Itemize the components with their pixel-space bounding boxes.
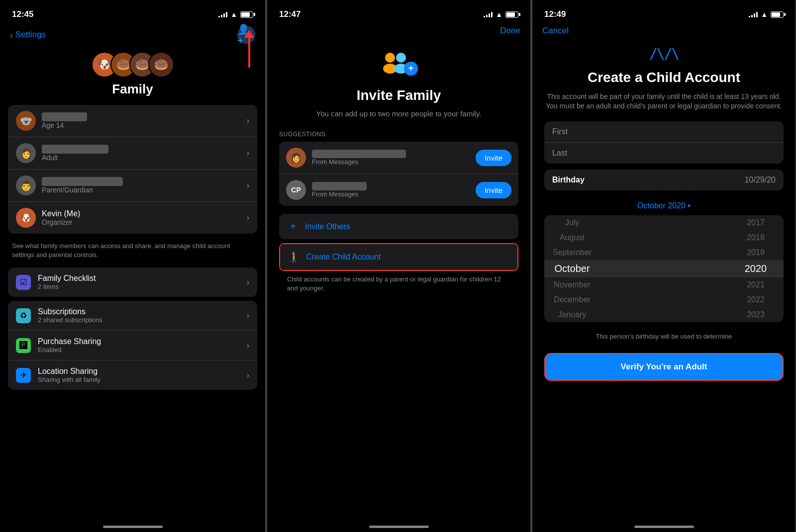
invite-others-item[interactable]: + Invite Others (279, 214, 518, 239)
signal-icon-3 (749, 11, 758, 17)
member-role-1: Age 14 (42, 121, 247, 129)
subscriptions-item[interactable]: ♻ Subscriptions 2 shared subscriptions › (8, 301, 257, 331)
picker-month-august: August (552, 233, 592, 242)
suggestion-item-1[interactable]: 👩 ███ ████████ ██████ From Messages Invi… (279, 142, 518, 174)
back-button[interactable]: ‹ Settings (10, 29, 46, 41)
subscriptions-title: Subscriptions (38, 307, 247, 316)
signal-icon-1 (218, 11, 227, 17)
invite-button-1[interactable]: Invite (476, 150, 511, 166)
cancel-button[interactable]: Cancel (542, 26, 569, 36)
suggestion-name-1: ███ ████████ ██████ (312, 150, 476, 158)
create-child-account-item[interactable]: 🚶 Create Child Account (280, 244, 517, 270)
status-icons-2: ▲ (484, 10, 518, 18)
child-account-icon: 🚶 (288, 251, 300, 263)
picker-month-september: September (552, 248, 592, 257)
member-role-3: Parent/Guardian (42, 186, 247, 194)
picker-row-july: July 2017 (544, 215, 784, 230)
member-info-4: Kevin (Me) Organizer (42, 209, 247, 226)
location-sharing-sub: Sharing with all family (38, 376, 247, 383)
battery-icon-3 (771, 11, 784, 18)
member-avatar-3: 👨 (16, 176, 36, 195)
checklist-text: Family Checklist 2 items (38, 274, 247, 290)
home-indicator-2 (369, 526, 429, 528)
invite-family-content: + Invite Family You can add up to two mo… (267, 40, 530, 299)
invite-family-icon: + (279, 50, 518, 80)
avatar-4: 🍩 (148, 52, 174, 78)
date-picker-scroll[interactable]: July 2017 August 2018 September 2019 Oct… (544, 215, 784, 322)
purchase-sharing-text: Purchase Sharing Enabled (38, 337, 247, 354)
list-item[interactable]: 🐶 Kevin (Me) Organizer › (8, 202, 257, 234)
last-name-value: Last (552, 149, 567, 157)
chevron-right-icon-3: › (247, 181, 249, 190)
picker-month-october: October (552, 263, 592, 274)
member-info-2: ███ ████ ████ Adult (42, 145, 247, 162)
svg-point-2 (396, 53, 406, 63)
location-sharing-item[interactable]: ✈ Location Sharing Sharing with all fami… (8, 360, 257, 390)
family-add-svg: + (379, 50, 419, 80)
features-section: ♻ Subscriptions 2 shared subscriptions ›… (8, 301, 257, 390)
birthday-form-section: Birthday 10/29/20 (544, 170, 784, 190)
member-avatar-2: 👩 (16, 143, 36, 163)
name-form-section: First Last (544, 121, 784, 164)
time-1: 12:45 (12, 9, 33, 19)
purchase-sharing-item[interactable]: 🅿 Purchase Sharing Enabled › (8, 331, 257, 360)
purchase-sharing-icon: 🅿 (16, 338, 31, 353)
suggestion-avatar-2: CP (286, 180, 306, 200)
last-name-field[interactable]: Last (544, 143, 784, 164)
list-item[interactable]: 👩 ███ ████ ████ Adult › (8, 137, 257, 170)
member-info-1: ████████ Age 14 (42, 112, 247, 129)
picker-month-december: December (552, 295, 592, 304)
picker-year-2017: 2017 (736, 218, 776, 227)
member-role-4: Organizer (42, 218, 247, 226)
child-account-note: Child accounts can be created by a paren… (279, 271, 518, 299)
back-label: Settings (15, 30, 46, 40)
picker-year-2023: 2023 (736, 310, 776, 319)
done-button[interactable]: Done (500, 26, 520, 36)
chevron-right-icon-1: › (247, 116, 249, 125)
invite-family-title: Invite Family (279, 88, 518, 103)
member-avatar-1: 🐨 (16, 111, 36, 131)
first-name-value: First (552, 127, 568, 136)
list-item[interactable]: 🐨 ████████ Age 14 › (8, 105, 257, 137)
actions-list: + Invite Others (279, 214, 518, 239)
screen2-nav: Done (267, 22, 530, 40)
invite-button-2[interactable]: Invite (476, 182, 511, 198)
list-item[interactable]: 👨 ████████ ██████ Parent/Guardian › (8, 170, 257, 202)
purchase-sharing-sub: Enabled (38, 346, 247, 354)
family-title: Family (112, 82, 153, 97)
checklist-icon: ☑ (16, 275, 31, 290)
status-bar-1: 12:45 ▲ (0, 0, 265, 22)
picker-month-november: November (552, 280, 592, 289)
home-indicator-3 (634, 526, 694, 528)
battery-icon-1 (240, 11, 253, 18)
location-sharing-title: Location Sharing (38, 367, 247, 376)
checklist-title: Family Checklist (38, 274, 247, 283)
picker-year-2020: 2020 (736, 263, 776, 274)
birthday-row[interactable]: Birthday 10/29/20 (544, 170, 784, 190)
family-checklist-section: ☑ Family Checklist 2 items › (8, 267, 257, 297)
picker-year-2022: 2022 (736, 295, 776, 304)
member-info-3: ████████ ██████ Parent/Guardian (42, 177, 247, 194)
screen-create-child: 12:49 ▲ Cancel /\/\ Create a Child Accou… (530, 0, 796, 532)
invite-family-subtitle: You can add up to two more people to you… (279, 108, 518, 119)
picker-year-2018: 2018 (736, 233, 776, 242)
family-checklist-item[interactable]: ☑ Family Checklist 2 items › (8, 267, 257, 297)
picker-row-august: August 2018 (544, 230, 784, 245)
status-bar-3: 12:49 ▲ (532, 0, 796, 22)
member-avatar-4: 🐶 (16, 208, 36, 228)
family-members-list: 🐨 ████████ Age 14 › 👩 ███ ████ ████ Adul… (8, 105, 257, 234)
time-3: 12:49 (544, 9, 566, 19)
chevron-subscriptions: › (247, 311, 249, 320)
first-name-field[interactable]: First (544, 121, 784, 143)
month-year-selector[interactable]: October 2020 ▾ (544, 196, 784, 215)
signal-icon-2 (484, 11, 493, 17)
status-icons-3: ▲ (749, 10, 784, 18)
screen3-nav: Cancel (532, 22, 796, 40)
create-child-account-label: Create Child Account (306, 253, 381, 262)
status-icons-1: ▲ (218, 10, 253, 18)
wifi-icon-2: ▲ (496, 10, 502, 18)
svg-point-0 (385, 53, 395, 63)
verify-adult-button[interactable]: Verify You're an Adult (544, 353, 784, 381)
birthday-value: 10/29/20 (745, 176, 776, 184)
suggestion-item-2[interactable]: CP ████ ██████ From Messages Invite (279, 174, 518, 206)
